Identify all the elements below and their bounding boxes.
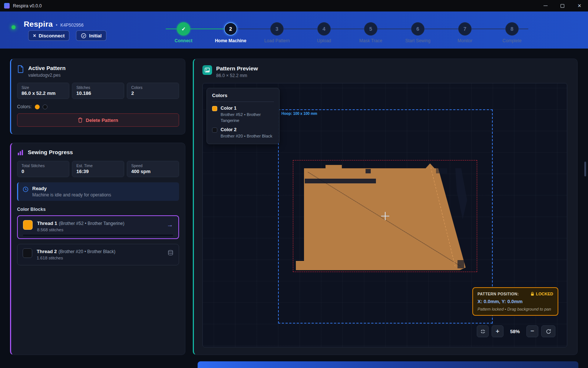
zoom-in-button[interactable]: + [492, 325, 503, 337]
position-coordinates: X: 0.0mm, Y: 0.0mm [478, 299, 553, 304]
color-blocks-label: Color Blocks [17, 207, 179, 212]
zoom-reset-button[interactable] [541, 325, 555, 337]
step-progress: ✓ 2 3 4 5 6 7 8 Connect Ho [0, 11, 588, 49]
position-hint: Pattern locked • Drag background to pan [478, 307, 553, 311]
app-icon [4, 3, 10, 9]
pattern-preview-card: Pattern Preview 86.0 × 52.2 mm Hoop: 100… [193, 59, 578, 355]
window-title: Respira v0.0.0 [13, 3, 42, 9]
legend-item-color-2: Color 2 Brother #20 • Brother Black [212, 127, 274, 139]
card-title: Pattern Preview [216, 65, 258, 72]
legend-swatch [212, 106, 217, 111]
step-number: 8 [511, 26, 513, 32]
step-circle-load-pattern[interactable]: 3 [270, 22, 284, 36]
stat-label: Size [22, 85, 65, 90]
step-label-upload: Upload [298, 38, 350, 43]
step-connector [519, 29, 528, 29]
thread-color-swatch [23, 220, 33, 230]
active-pattern-card: Active Pattern valetudogv2.pes Size 86.0… [10, 59, 185, 135]
step-check-icon: ✓ [181, 26, 186, 32]
step-circle-upload[interactable]: 4 [317, 22, 331, 36]
center-crosshair [385, 212, 386, 220]
step-circle-monitor[interactable]: 7 [458, 22, 472, 36]
stat-est-time: Est. Time 16:39 [72, 161, 124, 177]
pattern-dimensions: 86.0 × 52.2 mm [216, 73, 258, 78]
stat-total-stitches: Total Stitches 0 [17, 161, 69, 177]
thread-detail: (Brother #20 • Brother Black) [59, 249, 116, 254]
step-circle-mask-trace[interactable]: 5 [364, 22, 377, 36]
app-header: Respira • K4P502956 × Disconnect Initial [0, 11, 588, 49]
step-number: 3 [275, 26, 278, 32]
footer-accent-bar [198, 361, 578, 368]
stat-value: 0 [22, 169, 65, 174]
clock-icon [23, 186, 29, 192]
preview-canvas[interactable]: Hoop: 100 x 100 mm [202, 83, 567, 347]
step-label-complete: Complete [486, 38, 538, 43]
stat-value: 10.186 [76, 90, 120, 96]
step-circle-start-sewing[interactable]: 6 [411, 22, 425, 36]
step-number: 7 [463, 26, 466, 32]
thread-detail: (Brother #52 • Brother Tangerine) [59, 221, 125, 226]
titlebar[interactable]: Respira v0.0.0 ✕ [0, 0, 588, 11]
delete-pattern-button[interactable]: Delete Pattern [17, 113, 179, 127]
zoom-level: 58% [506, 329, 523, 334]
stat-speed: Speed 400 spm [127, 161, 179, 177]
color-dot-black [43, 105, 47, 109]
bar-chart-icon [17, 149, 24, 156]
zoom-out-button[interactable]: − [526, 325, 538, 337]
legend-color-name: Color 1 [221, 106, 274, 111]
stat-value: 16:39 [76, 169, 120, 174]
stat-colors: Colors 2 [127, 83, 179, 99]
step-label-monitor: Monitor [439, 38, 491, 43]
sewing-progress-card: Sewing Progress Total Stitches 0 Est. Ti… [10, 143, 185, 355]
legend-item-color-1: Color 1 Brother #52 • Brother Tangerine [212, 106, 274, 123]
step-label-mask-trace: Mask Trace [345, 38, 397, 43]
step-connector [331, 29, 364, 29]
thread-name: Thread 1 [37, 221, 57, 226]
thread-progress-bar [23, 235, 173, 236]
step-connector [284, 29, 317, 29]
thread-row-2[interactable]: Thread 2 (Brother #20 • Brother Black) 1… [17, 244, 179, 265]
step-circle-connect[interactable]: ✓ [177, 22, 190, 36]
trash-icon [78, 117, 83, 123]
stat-value: 400 spm [131, 169, 175, 174]
step-connector [472, 29, 505, 29]
close-icon: ✕ [578, 3, 582, 9]
lock-state: LOCKED [536, 292, 553, 296]
colors-label: Colors: [17, 104, 32, 109]
card-title: Active Pattern [28, 65, 66, 71]
delete-pattern-label: Delete Pattern [86, 117, 118, 123]
step-label-connect: Connect [158, 38, 209, 43]
zoom-fit-button[interactable] [477, 325, 489, 337]
step-connector [377, 29, 411, 29]
plus-icon: + [496, 328, 499, 335]
thread-row-1[interactable]: Thread 1 (Brother #52 • Brother Tangerin… [17, 215, 179, 239]
zoom-controls: + 58% − [477, 325, 555, 337]
legend-swatch [212, 127, 217, 133]
stat-value: 86.0 x 52.2 mm [22, 90, 65, 96]
pattern-filename: valetudogv2.pes [28, 73, 66, 78]
refresh-icon [546, 329, 551, 334]
pattern-position-overlay: PATTERN POSITION: LOCKED X: 0.0mm, Y: 0.… [472, 287, 558, 316]
maximize-icon [561, 4, 564, 8]
maximize-button[interactable] [554, 0, 571, 11]
arrow-right-icon: → [167, 221, 173, 229]
step-circle-complete[interactable]: 8 [505, 22, 519, 36]
color-dot-orange [35, 105, 40, 109]
window-scrollbar[interactable] [584, 162, 586, 176]
stat-label: Colors [131, 85, 175, 90]
legend-color-description: Brother #52 • Brother Tangerine [221, 112, 274, 123]
hoop-label: Hoop: 100 x 100 mm [281, 112, 317, 116]
divider [212, 102, 274, 102]
card-title: Sewing Progress [28, 149, 73, 155]
stat-label: Stitches [76, 85, 120, 90]
close-button[interactable]: ✕ [571, 0, 588, 11]
legend-title: Colors [212, 93, 274, 98]
app-window: Respira v0.0.0 ✕ Respira • K4P502956 × D… [0, 0, 588, 368]
step-connector [166, 29, 177, 29]
lock-icon [531, 292, 534, 296]
step-circle-home-machine[interactable]: 2 [224, 22, 237, 36]
minimize-button[interactable] [537, 0, 554, 11]
machine-status-banner: Ready Machine is idle and ready for oper… [17, 182, 179, 201]
step-number: 4 [323, 26, 326, 32]
image-icon [202, 65, 212, 75]
